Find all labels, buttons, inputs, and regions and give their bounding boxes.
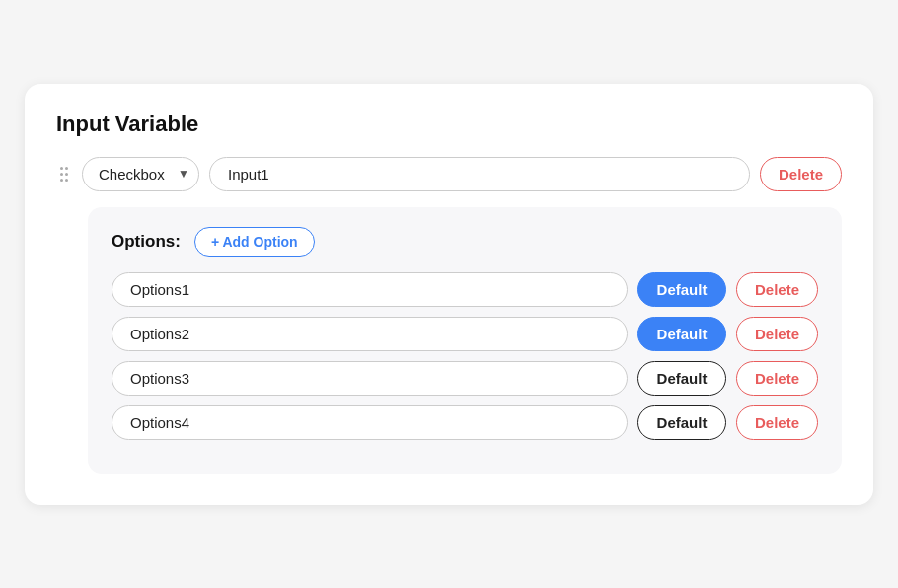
options-label: Options: (112, 232, 181, 252)
option-row: DefaultDelete (112, 272, 818, 307)
option-row: DefaultDelete (112, 317, 818, 351)
delete-option-button-2[interactable]: Delete (736, 317, 818, 351)
option-input-4[interactable] (112, 405, 628, 440)
delete-option-button-3[interactable]: Delete (736, 361, 818, 396)
default-button-1[interactable]: Default (637, 272, 726, 307)
default-button-4[interactable]: Default (637, 405, 726, 440)
option-row: DefaultDelete (112, 405, 818, 440)
page-title: Input Variable (56, 111, 842, 137)
input-variable-row: Checkbox Text Number Dropdown ▼ Delete (56, 157, 842, 191)
option-input-2[interactable] (112, 317, 628, 351)
drag-handle[interactable] (56, 163, 72, 185)
option-input-3[interactable] (112, 361, 628, 396)
type-select-wrapper: Checkbox Text Number Dropdown ▼ (82, 157, 199, 191)
default-button-2[interactable]: Default (637, 317, 726, 351)
delete-option-button-1[interactable]: Delete (736, 272, 818, 307)
default-button-3[interactable]: Default (637, 361, 726, 396)
options-panel: Options: + Add Option DefaultDeleteDefau… (88, 207, 842, 474)
add-option-button[interactable]: + Add Option (194, 227, 315, 257)
options-header: Options: + Add Option (112, 227, 818, 257)
delete-option-button-4[interactable]: Delete (736, 405, 818, 440)
option-row: DefaultDelete (112, 361, 818, 396)
page-wrapper: Input Variable Checkbox Text Number (25, 84, 873, 505)
variable-name-input[interactable] (209, 157, 750, 191)
type-select[interactable]: Checkbox Text Number Dropdown (82, 157, 199, 191)
option-input-1[interactable] (112, 272, 628, 307)
delete-variable-button[interactable]: Delete (760, 157, 842, 191)
options-list: DefaultDeleteDefaultDeleteDefaultDeleteD… (112, 272, 818, 440)
